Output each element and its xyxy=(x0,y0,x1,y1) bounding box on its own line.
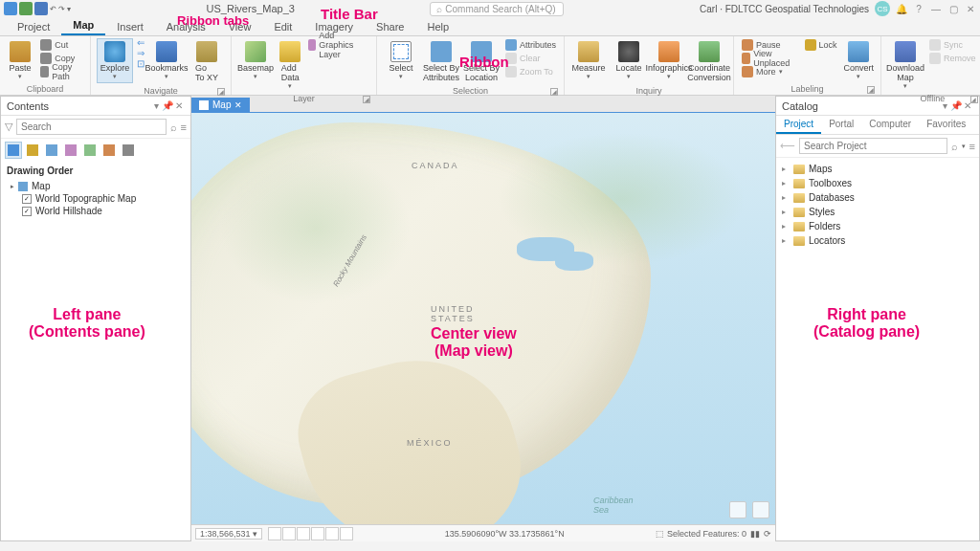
status-tool-icon[interactable] xyxy=(297,527,310,540)
select-by-attr-button[interactable]: Select By Attributes xyxy=(423,38,459,85)
notifications-icon[interactable]: 🔔 xyxy=(896,4,907,14)
catalog-tab-project[interactable]: Project xyxy=(776,116,821,134)
scale-combo[interactable]: 1:38,566,531 ▾ xyxy=(195,528,262,540)
contents-menu-icon[interactable]: ▾ xyxy=(150,100,162,111)
attributes-button[interactable]: Attributes xyxy=(503,38,558,52)
list-by-snapping-icon[interactable] xyxy=(81,142,99,159)
add-graphics-button[interactable]: Add Graphics Layer xyxy=(306,38,370,52)
copy-path-button[interactable]: Copy Path xyxy=(38,65,84,78)
qat-dropdown-icon[interactable]: ▾ xyxy=(67,5,71,13)
selected-features[interactable]: ⬚ Selected Features: 0 xyxy=(656,529,746,539)
list-by-editing-icon[interactable] xyxy=(62,142,79,159)
status-tool-icon[interactable] xyxy=(282,527,296,540)
catalog-burger-icon[interactable]: ≡ xyxy=(969,141,975,152)
list-by-labeling-icon[interactable] xyxy=(100,142,118,159)
toc-layer-0[interactable]: ✓World Topographic Map xyxy=(7,192,185,205)
goto-xy-button[interactable]: Go To XY xyxy=(189,38,225,85)
sync-button[interactable]: Sync xyxy=(927,38,978,52)
list-by-selection-icon[interactable] xyxy=(43,142,60,159)
command-search[interactable]: ⌕ Command Search (Alt+Q) xyxy=(430,2,564,16)
contents-burger-icon[interactable]: ≡ xyxy=(181,121,187,133)
contents-close-icon[interactable]: ✕ xyxy=(173,100,185,111)
lock-button[interactable]: Lock xyxy=(803,38,839,52)
tab-project[interactable]: Project xyxy=(6,18,61,35)
status-tool-icon[interactable] xyxy=(311,527,324,540)
search-icon[interactable]: ⌕ xyxy=(170,121,177,133)
status-tool-icon[interactable] xyxy=(340,527,353,540)
add-data-button[interactable]: Add Data▾ xyxy=(278,38,302,93)
tab-edit[interactable]: Edit xyxy=(262,18,303,35)
catalog-tab-portal[interactable]: Portal xyxy=(821,116,861,134)
north-arrow-icon[interactable] xyxy=(729,501,746,518)
more-button[interactable]: More▾ xyxy=(740,65,799,78)
toc-layer-1[interactable]: ✓World Hillshade xyxy=(7,205,185,217)
catalog-tab-computer[interactable]: Computer xyxy=(861,116,919,134)
bookmarks-button[interactable]: Bookmarks▾ xyxy=(148,38,185,83)
paste-button[interactable]: Paste▾ xyxy=(6,38,34,83)
avatar[interactable]: CS xyxy=(875,1,890,16)
save-icon[interactable] xyxy=(34,2,48,15)
select-by-loc-button[interactable]: Select By Location xyxy=(463,38,500,85)
new-project-icon[interactable] xyxy=(4,2,17,15)
catalog-node-databases[interactable]: ▸Databases xyxy=(782,190,973,205)
list-by-drawing-icon[interactable] xyxy=(5,142,22,159)
locate-button[interactable]: Locate▾ xyxy=(611,38,647,83)
undo-icon[interactable]: ↶ xyxy=(50,5,56,13)
clear-button[interactable]: Clear xyxy=(503,52,558,65)
search-icon[interactable]: ⌕ xyxy=(951,141,958,152)
cut-button[interactable]: Cut xyxy=(38,38,84,52)
map-canvas[interactable]: CANADA UNITED STATES MÉXICO Caribbean Se… xyxy=(191,113,775,524)
tab-view[interactable]: View xyxy=(217,18,263,35)
view-unplaced-button[interactable]: View Unplaced xyxy=(740,52,799,65)
pause-draw-icon[interactable]: ▮▮ xyxy=(750,529,760,539)
filter-icon[interactable]: ▽ xyxy=(5,121,12,133)
navigator-icon[interactable] xyxy=(752,501,769,518)
catalog-node-folders[interactable]: ▸Folders xyxy=(782,219,973,233)
catalog-node-locators[interactable]: ▸Locators xyxy=(782,233,973,248)
search-dropdown-icon[interactable]: ▾ xyxy=(962,143,966,150)
basemap-button[interactable]: Basemap▾ xyxy=(237,38,274,83)
nav-back-icon[interactable]: ⇐ xyxy=(137,38,145,48)
contents-pin-icon[interactable]: 📌 xyxy=(162,100,173,111)
explore-button[interactable]: Explore▾ xyxy=(97,38,133,83)
status-tool-icon[interactable] xyxy=(325,527,339,540)
refresh-icon[interactable]: ⟳ xyxy=(764,529,771,539)
catalog-tab-favorites[interactable]: Favorites xyxy=(919,116,973,134)
convert-button[interactable]: Convert▾ xyxy=(843,38,876,83)
infographics-button[interactable]: Infographics▾ xyxy=(651,38,687,83)
selection-launcher-icon[interactable]: ◢ xyxy=(550,88,558,96)
close-icon[interactable]: ✕ xyxy=(965,4,976,14)
tab-analysis[interactable]: Analysis xyxy=(155,18,217,35)
redo-icon[interactable]: ↷ xyxy=(58,5,65,13)
checkbox-icon[interactable]: ✓ xyxy=(22,194,32,204)
coord-conv-button[interactable]: Coordinate Conversion xyxy=(691,38,727,85)
catalog-node-toolboxes[interactable]: ▸Toolboxes xyxy=(782,176,973,190)
labeling-launcher-icon[interactable]: ◢ xyxy=(867,86,875,94)
navigate-launcher-icon[interactable]: ◢ xyxy=(217,88,225,96)
select-button[interactable]: Select▾ xyxy=(383,38,419,83)
contents-search-input[interactable] xyxy=(16,119,167,135)
back-icon[interactable]: ⟵ xyxy=(780,140,795,152)
status-tool-icon[interactable] xyxy=(268,527,281,540)
minimize-icon[interactable]: — xyxy=(930,4,942,14)
help-icon[interactable]: ? xyxy=(913,4,924,14)
catalog-node-maps[interactable]: ▸Maps xyxy=(782,162,973,176)
measure-button[interactable]: Measure▾ xyxy=(570,38,607,83)
checkbox-icon[interactable]: ✓ xyxy=(22,207,32,216)
offline-launcher-icon[interactable]: ◢ xyxy=(970,96,978,103)
tab-share[interactable]: Share xyxy=(365,18,415,35)
layer-launcher-icon[interactable]: ◢ xyxy=(363,96,370,103)
open-icon[interactable] xyxy=(19,2,33,15)
remove-button[interactable]: Remove xyxy=(927,52,978,65)
list-by-source-icon[interactable] xyxy=(24,142,41,159)
nav-fwd-icon[interactable]: ⇒ xyxy=(137,49,145,58)
zoom-to-button[interactable]: Zoom To xyxy=(503,65,558,78)
download-map-button[interactable]: Download Map▾ xyxy=(887,38,924,93)
list-by-perspective-icon[interactable] xyxy=(120,142,137,159)
tab-help[interactable]: Help xyxy=(415,18,460,35)
nav-full-icon[interactable]: ⊡ xyxy=(137,59,145,69)
catalog-node-styles[interactable]: ▸Styles xyxy=(782,205,973,219)
toc-map[interactable]: ▸Map xyxy=(7,180,185,192)
catalog-search-input[interactable] xyxy=(799,138,947,154)
tab-map[interactable]: Map xyxy=(61,16,105,35)
